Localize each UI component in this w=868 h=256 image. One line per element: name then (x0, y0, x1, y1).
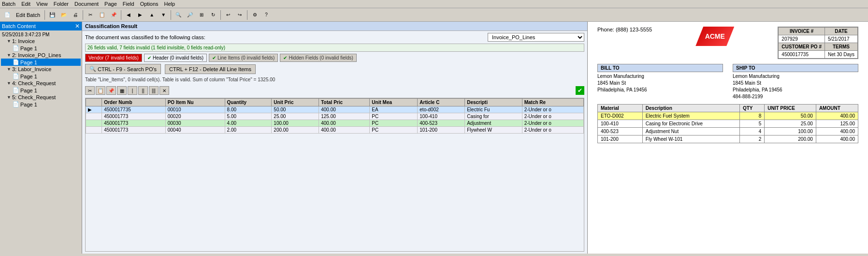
row-arrow: ▶ (86, 106, 102, 113)
menu-document[interactable]: Document (74, 1, 99, 7)
bill-to-box: BILL TO Lemon Manufacturing 1845 Main St… (597, 64, 723, 100)
col-header-order[interactable]: Order Numb (102, 99, 166, 106)
menu-options[interactable]: Options (140, 1, 159, 7)
batch-content-header: Batch Content ✕ (0, 22, 82, 30)
redo-btn[interactable]: ↪ (234, 10, 245, 20)
undo-btn[interactable]: ↩ (223, 10, 233, 20)
classification-title: Classification Result (85, 23, 137, 29)
tree-item-labor-page1[interactable]: 📄 Page 1 (1, 73, 81, 80)
col-header-qty[interactable]: Quantity (225, 99, 272, 106)
grid-btn[interactable]: ▦ (117, 86, 127, 95)
search-pos-btn[interactable]: 🔍 CTRL - F9 - Search PO's (85, 64, 161, 74)
tree-item-labor-invoice[interactable]: ▼ 3: Labor_Invoice (1, 66, 81, 73)
doc-line-item-row: 400-523 Adjustment Nut 4 100.00 400.00 (598, 128, 858, 136)
rotate-btn[interactable]: ↻ (208, 10, 218, 20)
zoom-in-btn[interactable]: 🔍 (173, 10, 184, 20)
bill-ship-section: BILL TO Lemon Manufacturing 1845 Main St… (597, 64, 858, 100)
menu-edit[interactable]: Edit (21, 1, 30, 7)
new-btn[interactable]: 📄 (2, 10, 13, 20)
menu-field[interactable]: Field (123, 1, 134, 7)
col-header-po-item[interactable]: PO Item Nu (165, 99, 225, 106)
tree-item-check1-page1[interactable]: 📄 Page 1 (1, 87, 81, 94)
confirm-btn[interactable]: ✔ (576, 86, 584, 95)
col-btn2[interactable]: || (138, 86, 148, 95)
print-btn[interactable]: 🖨 (70, 10, 81, 20)
save-btn[interactable]: 💾 (47, 10, 58, 20)
tree-item-invoice-page1[interactable]: 📄 Page 1 (1, 45, 81, 52)
close-panel-btn[interactable]: ✕ (75, 23, 80, 30)
cell-qty: 4.00 (225, 120, 272, 127)
zoom-out-btn[interactable]: 🔎 (185, 10, 195, 20)
expand-icon: ▼ (7, 95, 11, 100)
cell-match: 2-Under or o (522, 106, 583, 113)
col-header-unit-price[interactable]: Unit Pric (272, 99, 319, 106)
col-btn3[interactable]: ||| (149, 86, 159, 95)
delete-row-btn[interactable]: ✕ (159, 86, 169, 95)
ship-to-header: SHIP TO (733, 64, 858, 72)
row-arrow (86, 120, 102, 127)
tree-content: 5/25/2018 3:47:23 PM ▼ 1: Invoice 📄 Page… (0, 30, 82, 254)
cell-article: 100-410 (418, 113, 465, 120)
tree-item-invoice-po-page1[interactable]: 📄 Page 1 (1, 59, 81, 66)
left-panel: Batch Content ✕ 5/25/2018 3:47:23 PM ▼ 1… (0, 22, 82, 254)
col-header-unit-mea[interactable]: Unit Mea (370, 99, 418, 106)
col-header-desc[interactable]: Descripti (465, 99, 522, 106)
cell-order: 450001773 (102, 113, 166, 120)
menu-bar: Batch Edit View Folder Document Page Fie… (0, 0, 868, 8)
cell-match: 2-Under or o (522, 127, 583, 134)
tab-line-items[interactable]: ✔ Line Items (0 invalid fields) (209, 54, 278, 62)
table-row[interactable]: ▶ 4500017735 00010 8.00 50.00 400.00 EA … (86, 106, 584, 113)
main-layout: Batch Content ✕ 5/25/2018 3:47:23 PM ▼ 1… (0, 22, 868, 254)
col-header-total[interactable]: Total Pric (319, 99, 370, 106)
sep4 (171, 10, 171, 20)
table-row[interactable]: 450001773 00040 2.00 200.00 400.00 PC 10… (86, 127, 584, 134)
tab-header[interactable]: ✔ Header (0 invalid fields) (144, 54, 207, 62)
copy-table-btn[interactable]: 📋 (96, 86, 105, 95)
sep1 (44, 10, 45, 20)
back-btn[interactable]: ◀ (123, 10, 134, 20)
fit-btn[interactable]: ⊞ (196, 10, 207, 20)
scissors-btn[interactable]: ✂ (85, 86, 95, 95)
data-table-container[interactable]: Order Numb PO Item Nu Quantity Unit Pric… (85, 98, 584, 252)
up-btn[interactable]: ▲ (146, 10, 157, 20)
class-select[interactable]: Invoice_PO_Lines (488, 33, 584, 42)
tree-label: Page 1 (20, 102, 37, 107)
menu-help[interactable]: Help (164, 1, 175, 7)
help-toolbar-btn[interactable]: ? (261, 10, 272, 20)
tree-item-check2[interactable]: ▼ 5: Check_Request (1, 94, 81, 101)
cut-btn[interactable]: ✂ (85, 10, 96, 20)
paste-btn[interactable]: 📌 (108, 10, 119, 20)
table-row[interactable]: 450001773 00030 4.00 100.00 400.00 PC 40… (86, 120, 584, 127)
tree-item-check1[interactable]: ▼ 4: Check_Request (1, 80, 81, 87)
edit-batch-btn[interactable]: Edit Batch (14, 10, 43, 20)
table-row[interactable]: 450001773 00020 5.00 25.00 125.00 PC 100… (86, 113, 584, 120)
cust-po-val: 4500017735 (779, 51, 825, 59)
check-icon: ✔ (283, 55, 287, 60)
tree-item-invoice[interactable]: ▼ 1: Invoice (1, 38, 81, 45)
cell-desc: Adjustment (465, 120, 522, 127)
cell-match: 2-Under or o (522, 120, 583, 127)
delete-line-items-btn[interactable]: CTRL + F12 - Delete All Line Items (165, 64, 256, 74)
tab-vendor[interactable]: Vendor (7 invalid fields) (85, 54, 142, 62)
paste-table-btn[interactable]: 📌 (106, 86, 116, 95)
menu-page[interactable]: Page (104, 1, 117, 7)
doc-header: Phone: (888) 123-5555 ACME INVOICE # DAT… (597, 27, 858, 59)
menu-batch[interactable]: Batch (2, 1, 15, 7)
col-header-article[interactable]: Article C (418, 99, 465, 106)
menu-view[interactable]: View (36, 1, 48, 7)
tree-item-check2-page1[interactable]: 📄 Page 1 (1, 101, 81, 108)
tab-hidden-fields[interactable]: ✔ Hidden Fields (0 invalid fields) (280, 54, 356, 62)
menu-folder[interactable]: Folder (54, 1, 69, 7)
open-btn[interactable]: 📂 (58, 10, 69, 20)
col-btn1[interactable]: | (128, 86, 137, 95)
copy-btn[interactable]: 📋 (97, 10, 107, 20)
tree-item-invoice-po-lines[interactable]: ▼ 2: Invoice_PO_Lines (1, 52, 81, 59)
col-header-match[interactable]: Match Re (522, 99, 583, 106)
settings-btn[interactable]: ⚙ (249, 10, 260, 20)
cell-unit-mea: EA (370, 106, 418, 113)
cell-total: 400.00 (319, 120, 370, 127)
forward-btn[interactable]: ▶ (135, 10, 145, 20)
doc-line-item-row: ETO-D002 Electric Fuel System 8 50.00 40… (598, 112, 858, 120)
header-tab-label: Header (0 invalid fields) (153, 55, 203, 60)
down-btn[interactable]: ▼ (158, 10, 169, 20)
